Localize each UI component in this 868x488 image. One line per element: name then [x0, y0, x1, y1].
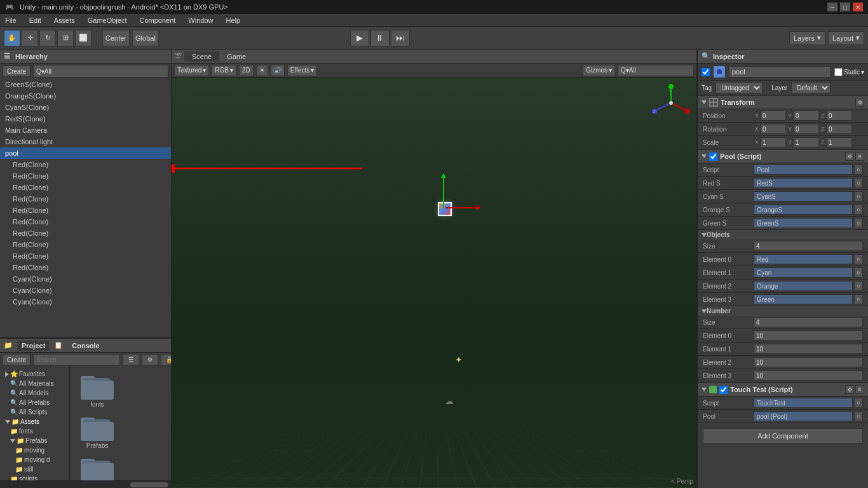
pool-script-settings-button[interactable]: ⚙ — [845, 152, 854, 161]
tab-console[interactable]: Console — [68, 341, 103, 351]
hand-tool-button[interactable]: ✋ — [4, 30, 20, 46]
hierarchy-create-button[interactable]: Create — [3, 65, 31, 77]
project-lock-button[interactable]: 🔒 — [161, 354, 171, 365]
touch-pool-ref-button[interactable]: ○ — [854, 411, 863, 421]
element2-ref-button[interactable]: ○ — [854, 281, 863, 291]
script-ref-button[interactable]: ○ — [854, 165, 863, 175]
menu-help[interactable]: Help — [223, 15, 243, 25]
list-item[interactable]: Prefabs — [75, 413, 119, 449]
scene-search-input[interactable] — [618, 65, 694, 76]
tree-item-favorites[interactable]: ⭐ Favorites — [0, 369, 69, 379]
list-item[interactable]: Main Camera — [0, 125, 171, 136]
audio-button[interactable]: 🔊 — [271, 65, 285, 76]
rgb-dropdown[interactable]: RGB▾ — [212, 65, 236, 76]
num-element2-field[interactable] — [754, 357, 863, 367]
effects-dropdown[interactable]: Effects▾ — [287, 65, 317, 76]
layer-dropdown[interactable]: Default — [791, 82, 831, 93]
minimize-button[interactable]: ─ — [827, 3, 837, 11]
global-button[interactable]: Global — [132, 30, 159, 46]
menu-gameobject[interactable]: GameObject — [85, 15, 130, 25]
hierarchy-item-pool[interactable]: pool — [0, 147, 171, 159]
element0-ref-button[interactable]: ○ — [854, 254, 863, 264]
touch-test-header[interactable]: Touch Test (Script) ⚙ ≡ — [698, 383, 868, 396]
tab-game[interactable]: Game — [219, 51, 254, 62]
number-size-field[interactable] — [754, 317, 863, 327]
pool-script-more-button[interactable]: ≡ — [855, 152, 864, 161]
scale-tool-button[interactable]: ⊞ — [57, 30, 74, 46]
object-name-input[interactable] — [729, 66, 831, 78]
center-button[interactable]: Center — [102, 30, 130, 46]
num-element1-field[interactable] — [754, 344, 863, 354]
rotation-z-field[interactable] — [827, 124, 852, 134]
red-s-ref-button[interactable]: ○ — [854, 178, 863, 188]
tree-item-assets[interactable]: 📁 Assets — [0, 417, 69, 426]
rotation-x-field[interactable] — [761, 124, 786, 134]
maximize-button[interactable]: □ — [840, 3, 850, 11]
list-item[interactable]: Red(Clone) — [0, 193, 171, 205]
pause-button[interactable]: ⏸ — [370, 30, 390, 46]
element1-ref-button[interactable]: ○ — [854, 268, 863, 278]
objects-size-field[interactable] — [754, 241, 863, 251]
list-item[interactable]: CyanS(Clone) — [0, 102, 171, 113]
project-toggle-button[interactable]: ☰ — [123, 354, 139, 365]
2d-button[interactable]: 2D — [239, 65, 254, 76]
rotation-y-field[interactable] — [794, 124, 819, 134]
list-item[interactable]: Red(Clone) — [0, 170, 171, 182]
tab-project[interactable]: Project — [18, 341, 49, 351]
position-z-field[interactable] — [827, 111, 852, 121]
tree-item-moving-d[interactable]: 📁 moving d — [0, 455, 69, 464]
add-component-button[interactable]: Add Component — [703, 428, 863, 444]
list-item[interactable]: Red(Clone) — [0, 227, 171, 239]
position-x-field[interactable] — [761, 111, 786, 121]
play-button[interactable]: ▶ — [350, 30, 369, 46]
horizontal-scrollbar[interactable] — [0, 480, 171, 488]
pool-script-enable-checkbox[interactable] — [709, 152, 717, 161]
list-item[interactable]: Red(Clone) — [0, 182, 171, 193]
tab-scene[interactable]: Scene — [184, 51, 219, 62]
list-item[interactable]: Red(Clone) — [0, 205, 171, 216]
menu-component[interactable]: Component — [137, 15, 178, 25]
menu-edit[interactable]: Edit — [27, 15, 44, 25]
tree-item-prefabs[interactable]: 📁 Prefabs — [0, 436, 69, 445]
tag-dropdown[interactable]: Untagged — [715, 82, 763, 93]
project-create-button[interactable]: Create — [3, 354, 31, 365]
green-s-ref-button[interactable]: ○ — [854, 218, 863, 228]
rotate-tool-button[interactable]: ↻ — [39, 30, 56, 46]
layers-dropdown[interactable]: Layers ▾ — [789, 31, 825, 45]
menu-window[interactable]: Window — [186, 15, 215, 25]
transform-settings-button[interactable]: ⚙ — [855, 98, 864, 107]
tree-item-all-scripts[interactable]: 🔍 All Scripts — [0, 407, 69, 417]
static-checkbox[interactable] — [834, 68, 843, 76]
list-item[interactable]: Red(Clone) — [0, 239, 171, 250]
touch-test-more-button[interactable]: ≡ — [855, 385, 864, 394]
pool-script-header[interactable]: Pool (Script) ⚙ ≡ — [698, 149, 868, 163]
tree-item-all-models[interactable]: 🔍 All Models — [0, 388, 69, 398]
rect-tool-button[interactable]: ⬜ — [75, 30, 92, 46]
list-item[interactable]: fonts — [75, 372, 119, 408]
menu-file[interactable]: File — [3, 15, 19, 25]
hierarchy-item-directional-light[interactable]: Directional light — [0, 136, 171, 147]
object-active-checkbox[interactable] — [702, 68, 710, 76]
element3-ref-button[interactable]: ○ — [854, 294, 863, 304]
num-element0-field[interactable] — [754, 330, 863, 341]
orange-s-ref-button[interactable]: ○ — [854, 205, 863, 215]
transform-component-header[interactable]: Transform ⚙ — [698, 95, 868, 109]
list-item[interactable]: Red(Clone) — [0, 159, 171, 170]
close-button[interactable]: ✕ — [853, 3, 863, 11]
cyan-s-ref-button[interactable]: ○ — [854, 191, 863, 201]
list-item[interactable]: scripts — [75, 454, 119, 480]
num-element3-field[interactable] — [754, 370, 863, 381]
tree-item-fonts[interactable]: 📁 fonts — [0, 426, 69, 436]
menu-assets[interactable]: Assets — [51, 15, 78, 25]
list-item[interactable]: Red(Clone) — [0, 250, 171, 262]
touch-test-enable-checkbox[interactable] — [719, 386, 728, 394]
tree-item-all-prefabs[interactable]: 🔍 All Prefabs — [0, 398, 69, 407]
lighting-button[interactable]: ☀ — [256, 65, 268, 76]
position-y-field[interactable] — [794, 111, 819, 121]
textured-dropdown[interactable]: Textured▾ — [174, 65, 209, 76]
touch-script-ref-button[interactable]: ○ — [854, 398, 863, 408]
gizmos-dropdown[interactable]: Gizmos▾ — [583, 65, 615, 76]
tree-item-scripts[interactable]: 📁 scripts — [0, 474, 69, 480]
hierarchy-search-input[interactable] — [33, 65, 168, 78]
scale-x-field[interactable] — [761, 137, 786, 147]
